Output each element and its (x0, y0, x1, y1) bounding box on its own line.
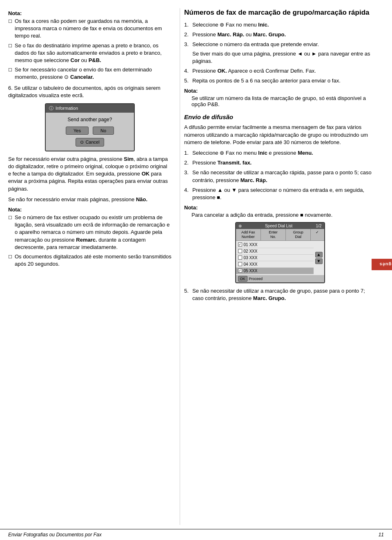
speed-dial-row-5: ✓ 05 XXX (236, 268, 314, 274)
info-dialog: ⓘ Information Send another page? Yes No … (45, 103, 135, 151)
bullet-icon-3: ☐ (8, 67, 12, 73)
nota2-heading: Nota: (8, 207, 172, 213)
dialog-yes-button[interactable]: Yes (66, 127, 89, 135)
nota-section-3: Nota: Se utilizar um número da lista de … (184, 88, 376, 107)
row-1-text: 01 XXX (244, 242, 258, 247)
nav-up-arrow[interactable]: ▲ (315, 252, 323, 258)
steps-list-1: 1. Seleccione ⊛ Fax no menu Iníc. 2. Pre… (184, 21, 376, 84)
portuguese-label: Português (379, 262, 392, 267)
dialog-buttons: Yes No (50, 127, 130, 135)
dialog-cancel-row: ⊙ Cancel (50, 138, 130, 147)
add-fax-number-btn[interactable]: Add Fax Number (236, 229, 261, 240)
step-4-num: 4. (184, 67, 190, 75)
portuguese-tab: Português (372, 259, 392, 270)
s2-step-4-text: Pressione ▲ ou ▼ para seleccionar o núme… (192, 187, 376, 201)
speed-dial-title: Speed Dial List (265, 224, 292, 228)
s2-step-3: 3. Se não necessitar de utilizar a marca… (184, 169, 376, 184)
checkbox-1[interactable]: ✓ (238, 242, 242, 247)
step-2: 2. Pressione Marc. Ráp. ou Marc. Grupo. (184, 31, 376, 38)
speed-dial-row-3: 03 XXX (236, 255, 314, 261)
footer-page: 11 (379, 532, 384, 538)
enter-no-line1: Enter (262, 230, 285, 235)
s2-step-5-num: 5. (184, 287, 190, 295)
s2-step-1: 1. Seleccione ⊛ Fax no menu Iníc e press… (184, 149, 376, 157)
dialog-body: Send another page? Yes No ⊙ Cancel (46, 113, 134, 151)
dialog-cancel-button[interactable]: ⊙ Cancel (76, 138, 104, 147)
nota2-bullet-icon-1: ☐ (8, 215, 12, 221)
cancel-label: Cancel (85, 140, 99, 144)
nota2-bullet-text-2: Os documentos digitalizados até este mom… (15, 253, 172, 268)
checkbox-2[interactable] (238, 249, 242, 253)
left-column: Nota: ☐ Os fax a cores não podem ser gua… (4, 8, 180, 525)
dialog-titlebar: ⓘ Information (46, 104, 134, 113)
dialog-no-button[interactable]: No (93, 127, 114, 135)
row-5-text: 05 XXX (244, 269, 258, 273)
section2-para: A difusão permite enviar facilmente a me… (184, 124, 376, 146)
bullet-item-1: ☐ Os fax a cores não podem ser guardados… (8, 18, 172, 40)
step-6: 6. Se utilizar o tabuleiro de documentos… (8, 84, 172, 99)
s2-step-2: 2. Pressione Transmit. fax. (184, 159, 376, 167)
enter-no-btn[interactable]: Enter No. (261, 229, 286, 240)
bullet-icon-2: ☐ (8, 43, 12, 49)
dialog-question: Send another page? (50, 117, 130, 122)
bullet-item-3: ☐ Se for necessário cancelar o envio do … (8, 66, 172, 81)
checkbox-5[interactable]: ✓ (238, 269, 242, 273)
speed-dial-footer: OK Proceed (236, 275, 324, 282)
nota2-bullets: ☐ Se o número de fax estiver ocupado ou … (8, 214, 172, 268)
nota-section: Nota: ☐ Os fax a cores não podem ser gua… (8, 10, 172, 81)
s2-step-3-text: Se não necessitar de utilizar a marcação… (192, 169, 376, 184)
add-fax-line2: Number (237, 235, 260, 239)
group-dial-btn[interactable]: Group Dial (286, 229, 311, 240)
dialog-info-icon: ⓘ (49, 105, 53, 111)
s2-step-3-num: 3. (184, 169, 190, 176)
cancel-icon: ⊙ (80, 140, 84, 145)
right-column: Números de fax de marcação de grupo/marc… (180, 8, 388, 525)
no-more-pages-text: Se não for necessário enviar mais página… (8, 196, 147, 202)
row-2-text: 02 XXX (244, 249, 258, 253)
s2-step-5-text: Se não necessitar de utilizar a marcação… (192, 287, 376, 302)
dialog-title: Information (56, 106, 78, 111)
step-6-num: 6. (8, 85, 14, 91)
s2-step-4: 4. Pressione ▲ ou ▼ para seleccionar o n… (184, 187, 376, 201)
nota-section-4: Nota: Para cancelar a adição da entrada,… (184, 204, 376, 218)
s2-step-1-text: Seleccione ⊛ Fax no menu Iníc e pression… (192, 149, 313, 157)
step-3-text: Seleccione o número da entrada que prete… (192, 41, 376, 65)
bullet-icon-1: ☐ (8, 18, 12, 24)
step-1-text: Seleccione ⊛ Fax no menu Iníc. (192, 21, 269, 29)
step-6-text: Se utilizar o tabuleiro de documentos, a… (8, 85, 160, 98)
main-title-text: Números de fax de marcação de grupo/marc… (184, 9, 370, 16)
checkbox-4[interactable] (238, 262, 242, 266)
speed-dial-titlebar: ⊛ Speed Dial List 1/2 (236, 223, 324, 229)
step-2-text: Pressione Marc. Ráp. ou Marc. Grupo. (192, 31, 286, 38)
bullet-item-2: ☐ Se o fax do destinatário imprime apena… (8, 42, 172, 64)
nota4-text: Para cancelar a adição da entrada, press… (184, 212, 376, 218)
row-4-text: 04 XXX (244, 262, 258, 267)
speed-dial-page: 1/2 (316, 224, 322, 228)
step-4-text: Pressione OK. Aparece o ecrã Confirmar D… (192, 67, 316, 75)
bullet-text-2: Se o fax do destinatário imprime apenas … (15, 42, 172, 64)
checkbox-3[interactable] (238, 256, 242, 260)
nav-down-arrow[interactable]: ▼ (315, 258, 323, 264)
page: Nota: ☐ Os fax a cores não podem ser gua… (0, 0, 392, 540)
row-3-text: 03 XXX (244, 256, 258, 260)
main-title: Números de fax de marcação de grupo/marc… (184, 8, 376, 17)
nota-section-2: Nota: ☐ Se o número de fax estiver ocupa… (8, 207, 172, 268)
nota3-heading: Nota: (184, 88, 376, 94)
group-dial-line2: Dial (287, 235, 310, 239)
add-fax-line1: Add Fax (237, 230, 260, 235)
footer-text: Enviar Fotografias ou Documentos por Fax (8, 532, 102, 538)
step-5-text: Repita os pontos de 5 a 6 na secção ante… (192, 77, 341, 84)
s2-step-1-num: 1. (184, 149, 190, 157)
nota2-bullet-icon-2: ☐ (8, 254, 12, 260)
step-1-num: 1. (184, 21, 190, 29)
steps-list-2: 1. Seleccione ⊛ Fax no menu Iníc e press… (184, 149, 376, 201)
proceed-label: Proceed (249, 277, 263, 281)
speed-dial-row-1: ✓ 01 XXX (236, 242, 314, 248)
step-2-num: 2. (184, 31, 190, 38)
right-col-inner: Números de fax de marcação de grupo/marc… (184, 8, 388, 302)
step-3: 3. Seleccione o número da entrada que pr… (184, 41, 376, 65)
ok-proceed-btn[interactable]: OK (238, 276, 247, 282)
after-dialog-text: Se for necessário enviar outra página, p… (8, 156, 168, 192)
nota3-text: Se utilizar um número da lista de marcaç… (184, 95, 376, 107)
check-btn[interactable]: ✓ (311, 229, 324, 240)
